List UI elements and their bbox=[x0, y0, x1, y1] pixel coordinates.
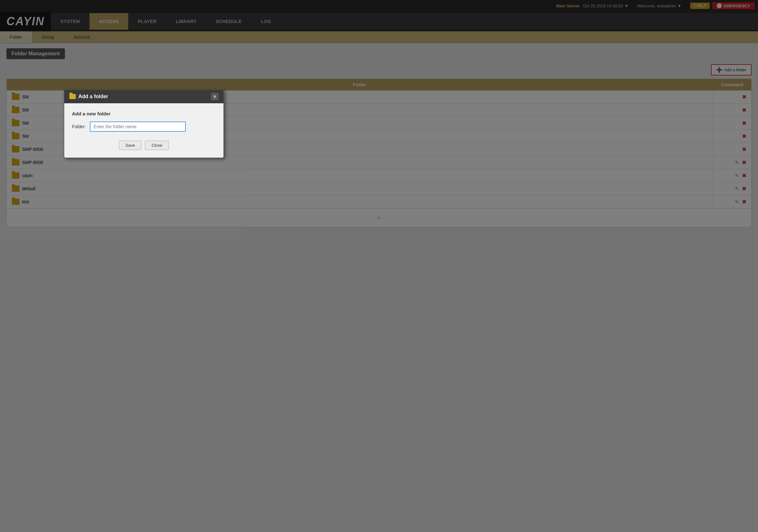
add-folder-modal: Add a folder ✕ Add a new folder Folder: … bbox=[64, 89, 224, 158]
folder-name-input[interactable] bbox=[90, 122, 186, 132]
form-row-folder: Folder: bbox=[72, 122, 216, 132]
modal-close-button[interactable]: ✕ bbox=[211, 93, 218, 100]
modal-body: Add a new folder Folder: Save Close bbox=[64, 103, 224, 158]
modal-title: Add a folder bbox=[69, 94, 108, 99]
modal-overlay: Add a folder ✕ Add a new folder Folder: … bbox=[0, 0, 758, 532]
modal-header: Add a folder ✕ bbox=[64, 90, 224, 103]
modal-folder-icon bbox=[69, 94, 76, 99]
modal-footer: Save Close bbox=[72, 138, 216, 150]
save-button[interactable]: Save bbox=[119, 141, 142, 150]
close-button[interactable]: Close bbox=[145, 141, 169, 150]
modal-section-title: Add a new folder bbox=[72, 111, 216, 116]
folder-label: Folder: bbox=[72, 124, 86, 129]
